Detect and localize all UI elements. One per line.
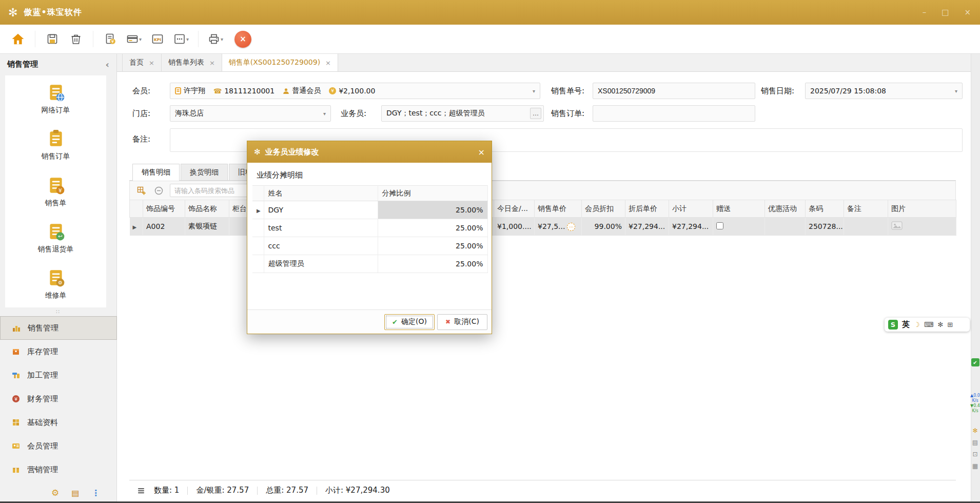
column-header[interactable]: 优惠活动: [765, 200, 806, 218]
name-column-header[interactable]: 姓名: [264, 186, 378, 201]
sidebar-item-inventory-mgmt[interactable]: 库存管理: [0, 340, 117, 363]
allocation-row[interactable]: ccc 25.00%: [252, 237, 487, 255]
allocation-row[interactable]: ▶ DGY 25.00%: [252, 201, 487, 219]
sale-invoice-button[interactable]: ¥: [100, 28, 121, 50]
member-phone: ☎ 18111210001: [213, 87, 275, 95]
tab-sales-detail[interactable]: 销售明细: [132, 164, 180, 181]
svg-text:⚙: ⚙: [58, 280, 63, 286]
shortcut-sales-slip[interactable]: ¥ 销售单: [5, 168, 106, 215]
delete-button[interactable]: [65, 28, 87, 50]
sidebar-item-finance-mgmt[interactable]: ¥ 财务管理: [0, 387, 117, 411]
panel-icon-2[interactable]: ⊡: [972, 451, 977, 458]
add-item-button[interactable]: [135, 184, 147, 197]
gift-checkbox[interactable]: [716, 222, 723, 229]
more-dots-icon[interactable]: ⋮: [91, 488, 100, 498]
sidebar-item-marketing-mgmt[interactable]: 营销管理: [0, 458, 117, 481]
window-close-icon[interactable]: ×: [964, 8, 971, 17]
cell-ratio[interactable]: 25.00%: [378, 201, 487, 219]
panel-icon-1[interactable]: ▤: [972, 439, 978, 446]
exit-close-icon: ×: [240, 34, 246, 44]
allocation-row[interactable]: 超级管理员 25.00%: [252, 255, 487, 273]
tab-close-icon[interactable]: ×: [209, 59, 215, 67]
column-header[interactable]: 条码: [806, 200, 844, 218]
column-header[interactable]: 小计: [669, 200, 713, 218]
sidebar-splitter-handle[interactable]: ∷: [0, 308, 116, 315]
sidebar-item-member-mgmt[interactable]: 会员管理: [0, 434, 117, 458]
row-expand-icon[interactable]: ▶: [133, 224, 137, 230]
dialog-header[interactable]: ✻ 业务员业绩修改 ×: [247, 141, 492, 163]
layers-icon[interactable]: [136, 486, 146, 495]
keyboard-icon[interactable]: ⌨: [924, 321, 934, 328]
coin-icon: ¥: [329, 87, 336, 94]
cancel-button[interactable]: ✖ 取消(C): [437, 314, 487, 330]
ok-button[interactable]: ✔ 确定(O): [384, 314, 435, 330]
column-header[interactable]: 备注: [844, 200, 888, 218]
shortcut-sales-return[interactable]: ↩ 销售退货单: [5, 215, 106, 261]
member-combo[interactable]: 许宇翔 ☎ 18111210001 普通会员 ¥ ¥2,100.00 ▾: [170, 83, 540, 99]
tab-exchange-detail[interactable]: 换货明细: [181, 164, 228, 180]
shortcut-repair-slip[interactable]: ⚙ 维修单: [5, 261, 106, 307]
shortcut-online-orders[interactable]: 网络订单: [5, 75, 106, 122]
column-header[interactable]: 饰品名称: [185, 200, 229, 218]
card-icon: [126, 33, 139, 45]
sale-date-picker[interactable]: 2025/07/29 15:08:08 ▾: [805, 83, 963, 99]
tab-close-icon[interactable]: ×: [149, 59, 154, 67]
column-header[interactable]: 折后单价: [625, 200, 669, 218]
tab-sales-list[interactable]: 销售单列表 ×: [162, 54, 222, 71]
price-more-icon[interactable]: ⋯: [567, 223, 575, 231]
cell-ratio[interactable]: 25.00%: [378, 237, 487, 255]
flower-icon[interactable]: ✻: [972, 427, 977, 434]
column-header[interactable]: 今日金/...: [494, 200, 535, 218]
cell-ratio[interactable]: 25.00%: [378, 219, 487, 237]
sidebar-collapse-icon[interactable]: ‹: [106, 59, 109, 70]
column-header[interactable]: 会员折扣: [582, 200, 625, 218]
sidebar-item-sales-mgmt[interactable]: 销售管理: [0, 316, 117, 340]
store-combo[interactable]: 海珠总店 ▾: [170, 105, 331, 122]
sidebar-item-basic-data[interactable]: 基础资料: [0, 411, 117, 434]
more-actions-button[interactable]: ▾: [170, 28, 192, 50]
tab-home[interactable]: 首页 ×: [122, 54, 162, 71]
minimize-icon[interactable]: –: [923, 8, 927, 17]
panel-icon-3[interactable]: ▦: [972, 462, 978, 470]
skin-icon[interactable]: ✻: [937, 321, 943, 328]
card-pay-button[interactable]: ▾: [123, 28, 145, 50]
night-mode-icon[interactable]: ☽: [914, 321, 920, 328]
salesman-field[interactable]: DGY；test；ccc；超级管理员 …: [381, 105, 544, 122]
exit-button[interactable]: ×: [234, 31, 251, 48]
window-controls: – □ ×: [923, 0, 971, 25]
toolbox-icon[interactable]: ⊞: [947, 321, 953, 328]
column-header[interactable]: 图片: [888, 200, 956, 218]
column-header[interactable]: 饰品编号: [143, 200, 185, 218]
settings-gear-icon[interactable]: ⚙: [51, 488, 59, 498]
column-header[interactable]: 销售单价: [535, 200, 582, 218]
dialog-close-icon[interactable]: ×: [478, 147, 485, 157]
allocation-row[interactable]: test 25.00%: [252, 219, 487, 237]
sales-order-input[interactable]: [593, 105, 755, 122]
salesman-more-button[interactable]: …: [530, 108, 541, 119]
ratio-column-header[interactable]: 分摊比例: [378, 186, 487, 201]
ime-mode-indicator[interactable]: 英: [902, 320, 910, 330]
remove-item-button[interactable]: [152, 184, 165, 197]
print-button[interactable]: ▾: [205, 28, 226, 50]
order-no-input[interactable]: [593, 83, 755, 99]
tab-sales-slip[interactable]: 销售单(XS001250729009) ×: [222, 54, 338, 71]
dialog-logo-icon: ✻: [254, 147, 261, 157]
caret-down-icon: ▾: [221, 36, 223, 42]
home-button[interactable]: [7, 28, 29, 50]
maximize-icon[interactable]: □: [942, 8, 949, 17]
sidebar-item-processing-mgmt[interactable]: 加工管理: [0, 363, 117, 387]
kpi-button[interactable]: KPI: [147, 28, 168, 50]
app-title: 傲蓝•珠宝软件: [24, 7, 82, 18]
safety-check-icon[interactable]: ✔: [971, 358, 979, 366]
person-icon: [283, 88, 289, 94]
cell-ratio[interactable]: 25.00%: [378, 255, 487, 273]
save-button[interactable]: [42, 28, 63, 50]
column-header[interactable]: 赠送: [713, 200, 765, 218]
picture-icon[interactable]: [891, 221, 903, 230]
shortcut-sales-orders[interactable]: 销售订单: [5, 122, 106, 168]
archive-icon[interactable]: ▤: [71, 488, 79, 498]
cell-sale-price: ¥27,5...⋯: [535, 218, 582, 236]
tab-close-icon[interactable]: ×: [325, 59, 331, 67]
sogou-logo-icon[interactable]: S: [888, 320, 898, 330]
network-speed-widget[interactable]: ▲0.0 K/s ▼0.4 K/s: [970, 393, 980, 414]
